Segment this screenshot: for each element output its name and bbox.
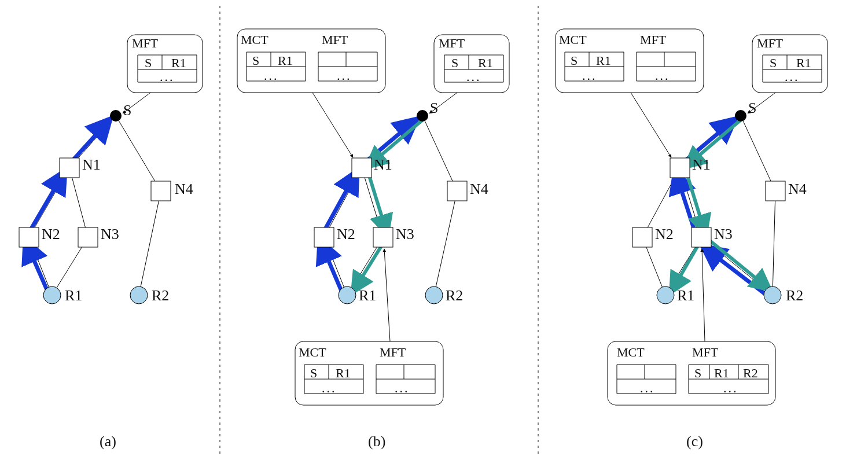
ellipsis: ... (466, 69, 481, 84)
ellipsis: ... (322, 381, 337, 396)
ellipsis: ... (582, 68, 597, 83)
ellipsis: ... (723, 381, 738, 396)
receiver-node (339, 286, 356, 304)
node-label-n3: N3 (101, 226, 119, 243)
ellipsis: ... (640, 381, 655, 396)
callout-pointer (702, 249, 705, 341)
node-label-r1: R1 (359, 287, 376, 304)
receiver-node (764, 286, 781, 304)
table-title: MCT (299, 345, 326, 360)
table-cell: R1 (336, 366, 351, 381)
table-title: MCT (617, 345, 645, 360)
node-label-s: S (748, 100, 756, 117)
node-label-r2: R2 (786, 287, 803, 304)
table-title: MFT (380, 345, 406, 360)
node-label-n3: N3 (714, 226, 733, 243)
node-label-r2: R2 (152, 287, 169, 304)
node-label-n4: N4 (470, 181, 488, 198)
table-cell: S (571, 53, 578, 68)
table-title: MFT (132, 36, 158, 51)
receiver-node (425, 286, 443, 304)
svg-rect-28 (314, 227, 334, 247)
source-node (417, 110, 428, 122)
svg-rect-27 (352, 158, 372, 178)
callout-pointer (631, 93, 671, 157)
svg-rect-75 (766, 181, 785, 201)
svg-rect-11 (78, 227, 98, 247)
diagram-canvas: S N1 N2 N3 N4 R1 R2 MFT S R1 ... (a) S N… (0, 0, 868, 463)
ellipsis: ... (655, 68, 670, 83)
source-node (110, 110, 122, 122)
svg-line-23 (362, 168, 383, 237)
table-title: MCT (559, 32, 587, 47)
node-label-r1: R1 (677, 287, 694, 304)
svg-rect-30 (447, 181, 467, 201)
receiver-node (43, 286, 61, 304)
node-label-s: S (430, 100, 438, 117)
ellipsis: ... (785, 69, 800, 84)
svg-rect-9 (60, 158, 79, 178)
node-label-r1: R1 (65, 287, 82, 304)
svg-line-71 (773, 191, 775, 295)
panel-c (556, 29, 827, 405)
table-cell: R1 (278, 53, 293, 68)
node-label-n1: N1 (82, 156, 101, 174)
callout-pointer (312, 93, 353, 157)
table-title: MFT (692, 345, 718, 360)
svg-line-3 (116, 116, 161, 191)
table-cell: S (252, 53, 259, 68)
svg-rect-74 (692, 227, 711, 247)
panel-b (237, 29, 509, 405)
svg-line-26 (434, 191, 457, 295)
blue-edge (25, 241, 50, 296)
table-cell: S (310, 366, 317, 381)
node-label-n4: N4 (788, 181, 807, 198)
svg-rect-10 (19, 227, 39, 247)
node-label-n1: N1 (692, 156, 711, 174)
table-cell: R1 (714, 366, 729, 381)
table-cell: S (694, 366, 701, 381)
table-cell: R1 (478, 56, 493, 71)
svg-line-65 (741, 116, 775, 191)
ellipsis: ... (264, 68, 279, 83)
node-label-s: S (123, 102, 131, 119)
table-cell: S (145, 56, 152, 71)
table-cell: S (770, 56, 777, 71)
table-cell: R1 (171, 56, 186, 71)
node-label-n3: N3 (396, 226, 414, 243)
table-cell: R1 (796, 56, 811, 71)
panel-label-a: (a) (100, 433, 116, 450)
ellipsis: ... (337, 68, 352, 83)
table-title: MCT (241, 32, 269, 47)
blue-edge (320, 241, 344, 296)
svg-line-21 (422, 116, 457, 191)
receiver-node (130, 286, 148, 304)
table-cell: R2 (743, 366, 758, 381)
node-label-n2: N2 (337, 226, 355, 243)
ellipsis: ... (395, 381, 410, 396)
panel-label-b: (b) (368, 433, 385, 450)
node-label-n1: N1 (374, 156, 392, 174)
node-label-r2: R2 (446, 287, 463, 304)
source-node (735, 110, 746, 122)
table-cell: R1 (596, 53, 611, 68)
svg-line-8 (139, 191, 161, 295)
node-label-n2: N2 (42, 226, 60, 243)
blue-edge (703, 247, 770, 297)
teal-edge (367, 170, 387, 234)
receiver-node (657, 286, 674, 304)
table-title: MFT (640, 32, 666, 47)
callout-pointer (384, 249, 390, 341)
table-title: MFT (757, 36, 783, 51)
table-title: MFT (322, 32, 348, 47)
svg-line-67 (680, 168, 701, 237)
svg-rect-73 (632, 227, 652, 247)
panel-a (19, 35, 203, 304)
teal-edge (686, 170, 705, 234)
node-label-n2: N2 (655, 226, 674, 243)
svg-rect-72 (670, 158, 690, 178)
teal-edge (707, 238, 770, 289)
svg-rect-12 (151, 181, 171, 201)
table-title: MFT (439, 36, 465, 51)
svg-rect-29 (373, 227, 393, 247)
